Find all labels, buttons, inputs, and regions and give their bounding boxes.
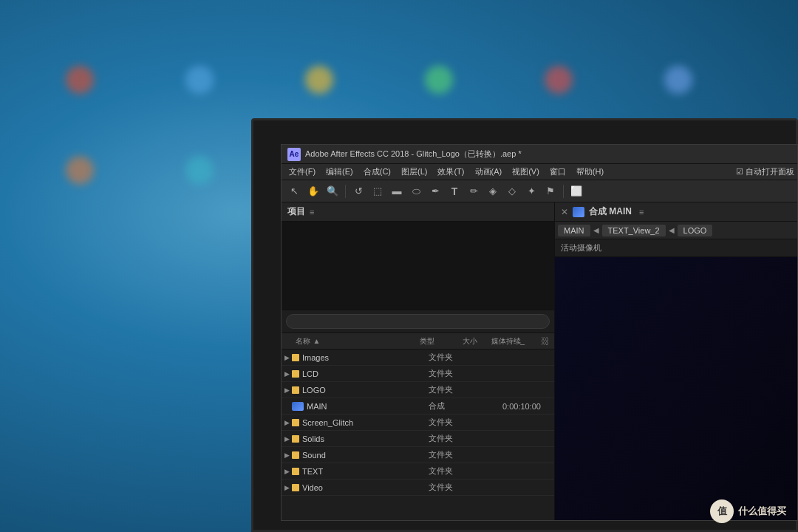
render-icon[interactable]: ⬜ bbox=[568, 183, 584, 200]
toolbar-separator-1 bbox=[345, 185, 346, 198]
menu-bar: 文件(F) 编辑(E) 合成(C) 图层(L) 效果(T) 动画(A) 视图(V… bbox=[282, 164, 797, 180]
file-type: 合成 bbox=[429, 400, 473, 412]
folder-icon bbox=[292, 484, 299, 491]
col-header-name[interactable]: 名称 ▲ bbox=[291, 336, 420, 347]
list-item[interactable]: MAIN 合成 0:00:10:00 bbox=[282, 398, 554, 415]
list-item[interactable]: ▶ LCD 文件夹 bbox=[282, 366, 554, 382]
watermark: 值 什么值得买 bbox=[710, 499, 786, 523]
main-area: 项目 ≡ 🔍 名称 ▲ 类型 大小 媒体持续_ bbox=[282, 202, 797, 520]
col-header-duration[interactable]: 媒体持续_ bbox=[491, 336, 541, 347]
expand-arrow[interactable]: ▶ bbox=[282, 386, 292, 394]
list-item[interactable]: ▶ TEXT 文件夹 bbox=[282, 463, 554, 480]
viewport-area bbox=[555, 257, 797, 520]
project-panel-menu-icon[interactable]: ≡ bbox=[310, 208, 314, 216]
folder-icon bbox=[292, 370, 299, 378]
folder-icon bbox=[292, 435, 299, 443]
active-camera-label: 活动摄像机 bbox=[555, 239, 797, 257]
text-tool[interactable]: T bbox=[446, 183, 463, 200]
brush-tool[interactable]: ✏ bbox=[466, 183, 482, 200]
file-type: 文件夹 bbox=[429, 384, 473, 395]
expand-arrow[interactable]: ▶ bbox=[282, 354, 292, 361]
watermark-text: 什么值得买 bbox=[738, 505, 786, 518]
menu-window[interactable]: 窗口 bbox=[545, 165, 570, 179]
file-type: 文件夹 bbox=[429, 368, 473, 379]
close-button[interactable]: ✕ bbox=[561, 207, 568, 217]
file-type: 文件夹 bbox=[429, 466, 473, 477]
comp-panel-menu-icon[interactable]: ≡ bbox=[639, 208, 644, 216]
mask-rect-tool[interactable]: ▬ bbox=[389, 183, 405, 200]
file-duration: 0:00:10:00 bbox=[502, 402, 554, 411]
camera-tool[interactable]: ⬚ bbox=[369, 183, 386, 200]
expand-arrow[interactable]: ▶ bbox=[282, 451, 292, 459]
list-item[interactable]: ▶ LOGO 文件夹 bbox=[282, 382, 554, 398]
window-title: Adobe After Effects CC 2018 - Glitch_Log… bbox=[305, 149, 522, 160]
col-header-size[interactable]: 大小 bbox=[463, 336, 491, 347]
file-name: Solids bbox=[302, 434, 429, 443]
menu-file[interactable]: 文件(F) bbox=[284, 165, 320, 179]
comp-panel-title: 合成 MAIN bbox=[589, 205, 632, 218]
auto-open-panel-checkbox[interactable]: ☑ 自动打开面板 bbox=[736, 166, 794, 177]
search-input[interactable] bbox=[286, 314, 550, 329]
file-type: 文件夹 bbox=[429, 433, 473, 444]
checkbox-check-icon: ☑ bbox=[736, 167, 743, 177]
project-panel: 项目 ≡ 🔍 名称 ▲ 类型 大小 媒体持续_ bbox=[282, 202, 555, 520]
file-name: Video bbox=[302, 483, 429, 492]
menu-effect[interactable]: 效果(T) bbox=[433, 165, 468, 179]
expand-arrow[interactable]: ▶ bbox=[282, 435, 292, 443]
menu-right-area: ☑ 自动打开面板 bbox=[736, 166, 794, 177]
composition-icon bbox=[292, 402, 304, 411]
expand-arrow[interactable]: ▶ bbox=[282, 468, 292, 475]
expand-arrow[interactable]: ▶ bbox=[282, 419, 292, 426]
folder-icon bbox=[292, 451, 299, 459]
expand-arrow[interactable]: ▶ bbox=[282, 484, 292, 491]
col-header-type[interactable]: 类型 bbox=[420, 336, 463, 347]
puppet-tool[interactable]: ✦ bbox=[523, 183, 539, 200]
ae-logo-icon: Ae bbox=[287, 148, 301, 161]
tab-main[interactable]: MAIN bbox=[558, 225, 590, 236]
list-item[interactable]: ▶ Images 文件夹 bbox=[282, 349, 554, 366]
select-tool[interactable]: ↖ bbox=[286, 183, 302, 200]
zoom-tool[interactable]: 🔍 bbox=[324, 183, 341, 200]
watermark-circle: 值 bbox=[710, 499, 734, 523]
extra-tool[interactable]: ⚑ bbox=[542, 183, 559, 200]
mask-ellipse-tool[interactable]: ⬭ bbox=[408, 183, 424, 200]
list-item[interactable]: ▶ Video 文件夹 bbox=[282, 480, 554, 496]
menu-view[interactable]: 视图(V) bbox=[508, 165, 544, 179]
tab-logo[interactable]: LOGO bbox=[678, 225, 713, 236]
list-item[interactable]: ▶ Solids 文件夹 bbox=[282, 431, 554, 447]
expand-arrow[interactable]: ▶ bbox=[282, 370, 292, 378]
hand-tool[interactable]: ✋ bbox=[305, 183, 321, 200]
network-icon: ⛓ bbox=[541, 336, 550, 347]
tab-text-view[interactable]: TEXT_View_2 bbox=[602, 225, 666, 236]
menu-composition[interactable]: 合成(C) bbox=[359, 165, 395, 179]
file-type: 文件夹 bbox=[429, 482, 473, 493]
svg-rect-0 bbox=[555, 257, 797, 520]
eraser-tool[interactable]: ◇ bbox=[504, 183, 520, 200]
rotate-tool[interactable]: ↺ bbox=[350, 183, 366, 200]
menu-layer[interactable]: 图层(L) bbox=[397, 165, 432, 179]
pen-tool[interactable]: ✒ bbox=[427, 183, 443, 200]
list-item[interactable]: ▶ Screen_Glitch 文件夹 bbox=[282, 415, 554, 431]
file-list: ▶ Images 文件夹 ▶ LCD 文件夹 bbox=[282, 349, 554, 520]
composition-panel: ✕ 合成 MAIN ≡ MAIN ◀ TEXT_View_2 ◀ LOGO 活动… bbox=[555, 202, 797, 520]
comp-icon bbox=[573, 207, 584, 217]
menu-edit[interactable]: 编辑(E) bbox=[321, 165, 358, 179]
file-name: LCD bbox=[302, 369, 429, 378]
file-name: Screen_Glitch bbox=[302, 418, 429, 427]
search-bar-container: 🔍 bbox=[282, 310, 554, 333]
folder-icon bbox=[292, 468, 299, 475]
toolbar-separator-2 bbox=[563, 185, 564, 198]
list-item[interactable]: ▶ Sound 文件夹 bbox=[282, 447, 554, 463]
file-list-header: 名称 ▲ 类型 大小 媒体持续_ ⛓ bbox=[282, 333, 554, 349]
search-container: 🔍 bbox=[286, 314, 550, 329]
folder-icon bbox=[292, 354, 299, 361]
auto-open-label: 自动打开面板 bbox=[746, 166, 794, 177]
tab-arrow-1: ◀ bbox=[593, 226, 599, 234]
comp-viewport: 活动摄像机 bbox=[555, 239, 797, 520]
file-type: 文件夹 bbox=[429, 449, 473, 460]
clone-tool[interactable]: ◈ bbox=[485, 183, 501, 200]
menu-animation[interactable]: 动画(A) bbox=[471, 165, 507, 179]
file-name-sound: Sound bbox=[302, 451, 429, 460]
file-name: TEXT bbox=[302, 467, 429, 476]
menu-help[interactable]: 帮助(H) bbox=[572, 165, 608, 179]
